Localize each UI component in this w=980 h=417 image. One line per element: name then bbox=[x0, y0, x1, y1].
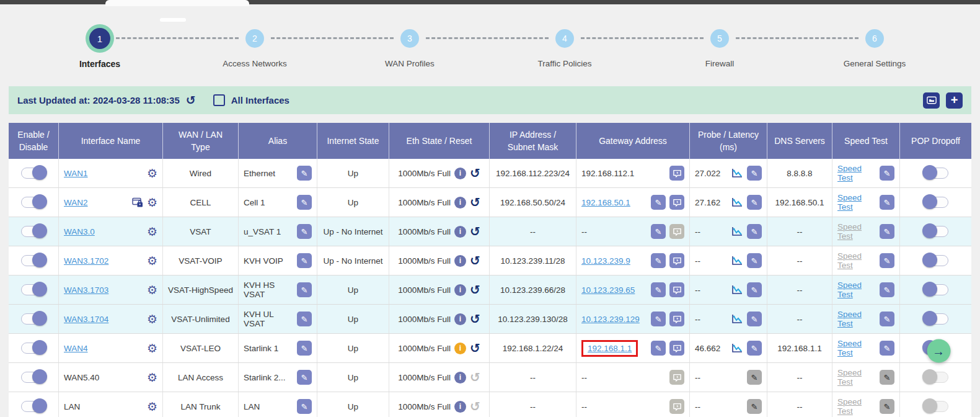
ping-console-icon[interactable] bbox=[669, 195, 684, 210]
probe-edit-button[interactable]: ✎ bbox=[747, 195, 762, 210]
probe-edit-button[interactable]: ✎ bbox=[747, 370, 762, 385]
ping-console-icon[interactable] bbox=[669, 341, 684, 356]
enable-toggle[interactable] bbox=[21, 197, 46, 208]
latency-chart-icon[interactable] bbox=[731, 313, 743, 325]
alias-edit-button[interactable]: ✎ bbox=[297, 282, 312, 297]
speed-test-edit-button[interactable]: ✎ bbox=[880, 195, 894, 210]
ping-console-icon[interactable] bbox=[669, 166, 684, 181]
alias-edit-button[interactable]: ✎ bbox=[297, 370, 312, 385]
eth-reset-icon[interactable]: ↺ bbox=[470, 254, 480, 267]
settings-gear-icon[interactable]: ⚙ bbox=[147, 226, 157, 238]
speed-test-edit-button[interactable]: ✎ bbox=[880, 312, 894, 326]
latency-chart-icon[interactable] bbox=[731, 284, 743, 295]
eth-reset-icon[interactable]: ↺ bbox=[470, 313, 480, 325]
eth-info-icon[interactable]: i bbox=[454, 226, 466, 238]
alias-edit-button[interactable]: ✎ bbox=[297, 341, 312, 356]
ping-console-icon[interactable] bbox=[669, 253, 684, 268]
ping-console-icon[interactable] bbox=[669, 399, 684, 414]
alias-edit-button[interactable]: ✎ bbox=[297, 312, 312, 326]
eth-info-icon[interactable]: i bbox=[454, 343, 466, 354]
probe-edit-button[interactable]: ✎ bbox=[747, 253, 762, 268]
probe-edit-button[interactable]: ✎ bbox=[747, 399, 762, 414]
alias-edit-button[interactable]: ✎ bbox=[297, 253, 312, 268]
probe-edit-button[interactable]: ✎ bbox=[747, 224, 762, 239]
eth-info-icon[interactable]: i bbox=[454, 372, 466, 383]
gateway-edit-button[interactable]: ✎ bbox=[651, 312, 666, 326]
eth-reset-icon[interactable]: ↺ bbox=[470, 167, 480, 179]
speed-test-link[interactable]: Speed Test bbox=[837, 339, 876, 357]
settings-gear-icon[interactable]: ⚙ bbox=[147, 284, 157, 296]
gateway-edit-button[interactable]: ✎ bbox=[651, 224, 666, 239]
ping-console-icon[interactable] bbox=[669, 370, 684, 385]
speed-test-edit-button[interactable]: ✎ bbox=[880, 399, 894, 414]
refresh-icon[interactable]: ↺ bbox=[186, 94, 196, 106]
gateway-edit-button[interactable]: ✎ bbox=[651, 195, 666, 210]
pop-dropoff-toggle[interactable] bbox=[924, 313, 948, 325]
interface-name-link[interactable]: WAN3.0 bbox=[64, 227, 95, 236]
alias-edit-button[interactable]: ✎ bbox=[297, 166, 312, 181]
eth-reset-icon[interactable]: ↺ bbox=[470, 284, 480, 296]
speed-test-edit-button[interactable]: ✎ bbox=[880, 341, 894, 356]
speed-test-edit-button[interactable]: ✎ bbox=[880, 224, 894, 239]
pop-dropoff-toggle[interactable] bbox=[924, 372, 948, 383]
enable-toggle[interactable] bbox=[21, 372, 46, 383]
probe-edit-button[interactable]: ✎ bbox=[747, 282, 762, 297]
latency-chart-icon[interactable] bbox=[731, 226, 743, 237]
eth-info-icon[interactable]: i bbox=[454, 284, 466, 296]
step-circle-wan-profiles[interactable]: 3 bbox=[400, 29, 419, 48]
step-circle-traffic-policies[interactable]: 4 bbox=[555, 29, 574, 48]
step-circle-general-settings[interactable]: 6 bbox=[865, 29, 884, 48]
pop-dropoff-toggle[interactable] bbox=[924, 401, 948, 412]
speed-test-edit-button[interactable]: ✎ bbox=[880, 253, 894, 268]
step-circle-firewall[interactable]: 5 bbox=[710, 29, 729, 48]
eth-info-icon[interactable]: i bbox=[454, 313, 466, 325]
gateway-edit-button[interactable]: ✎ bbox=[651, 282, 666, 297]
enable-toggle[interactable] bbox=[21, 168, 46, 179]
ping-console-icon[interactable] bbox=[669, 312, 684, 326]
enable-toggle[interactable] bbox=[21, 226, 46, 237]
gateway-link[interactable]: 10.123.239.129 bbox=[581, 315, 640, 324]
speed-test-link[interactable]: Speed Test bbox=[837, 193, 876, 212]
latency-chart-icon[interactable] bbox=[731, 255, 743, 266]
settings-gear-icon[interactable]: ⚙ bbox=[147, 343, 157, 354]
enable-toggle[interactable] bbox=[21, 284, 46, 295]
settings-gear-icon[interactable]: ⚙ bbox=[147, 401, 157, 413]
enable-toggle[interactable] bbox=[21, 313, 46, 325]
alias-edit-button[interactable]: ✎ bbox=[297, 224, 312, 239]
pop-dropoff-toggle[interactable] bbox=[924, 226, 948, 237]
speed-test-edit-button[interactable]: ✎ bbox=[880, 370, 894, 385]
speed-test-link[interactable]: Speed Test bbox=[837, 164, 876, 182]
eth-reset-icon[interactable]: ↺ bbox=[470, 371, 480, 383]
settings-gear-icon[interactable]: ⚙ bbox=[147, 168, 157, 179]
interface-name-link[interactable]: WAN3.1702 bbox=[64, 256, 108, 266]
interface-name-link[interactable]: WAN4 bbox=[64, 344, 88, 353]
probe-edit-button[interactable]: ✎ bbox=[747, 312, 762, 326]
window-view-button[interactable] bbox=[923, 92, 940, 109]
step-circle-interfaces[interactable]: 1 bbox=[89, 28, 110, 49]
latency-chart-icon[interactable] bbox=[731, 343, 743, 354]
settings-gear-icon[interactable]: ⚙ bbox=[147, 313, 157, 325]
ping-console-icon[interactable] bbox=[669, 282, 684, 297]
settings-gear-icon[interactable]: ⚙ bbox=[147, 197, 157, 208]
eth-reset-icon[interactable]: ↺ bbox=[470, 196, 480, 208]
pop-dropoff-toggle[interactable] bbox=[924, 284, 948, 295]
probe-edit-button[interactable]: ✎ bbox=[747, 166, 762, 181]
interface-name-link[interactable]: WAN3.1703 bbox=[64, 285, 108, 295]
alias-edit-button[interactable]: ✎ bbox=[297, 399, 312, 414]
add-interface-button[interactable]: + bbox=[946, 92, 963, 109]
speed-test-edit-button[interactable]: ✎ bbox=[880, 166, 894, 181]
ping-console-icon[interactable] bbox=[669, 224, 684, 239]
enable-toggle[interactable] bbox=[21, 401, 46, 412]
latency-chart-icon[interactable] bbox=[731, 197, 743, 208]
eth-info-icon[interactable]: i bbox=[454, 401, 466, 413]
gateway-edit-button[interactable]: ✎ bbox=[651, 253, 666, 268]
speed-test-edit-button[interactable]: ✎ bbox=[880, 282, 894, 297]
eth-info-icon[interactable]: i bbox=[454, 168, 466, 179]
eth-info-icon[interactable]: i bbox=[454, 255, 466, 267]
interface-name-link[interactable]: WAN2 bbox=[64, 198, 88, 207]
gateway-link[interactable]: 10.123.239.9 bbox=[581, 256, 630, 266]
enable-toggle[interactable] bbox=[21, 255, 46, 266]
pop-dropoff-toggle[interactable] bbox=[924, 197, 948, 208]
settings-gear-icon[interactable]: ⚙ bbox=[147, 372, 157, 383]
next-action-button[interactable]: → bbox=[927, 339, 950, 363]
